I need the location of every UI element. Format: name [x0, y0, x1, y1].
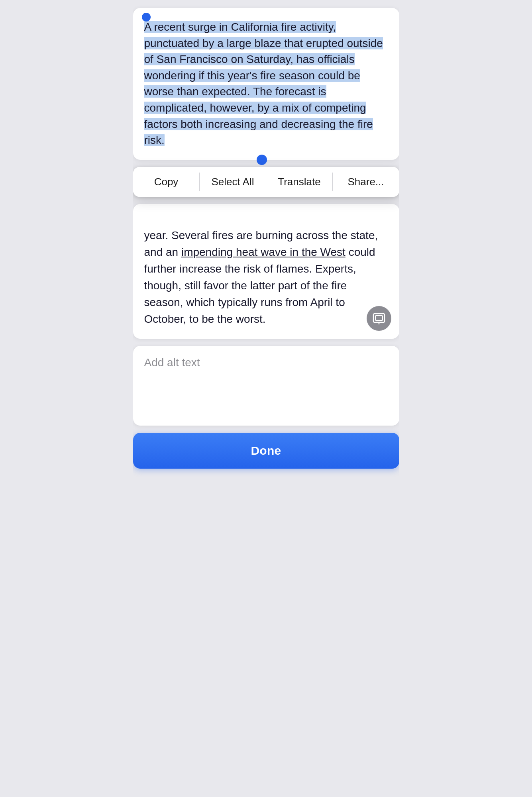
select-all-menu-item[interactable]: Select All [200, 167, 266, 197]
done-label: Done [251, 444, 281, 457]
translate-menu-item[interactable]: Translate [266, 167, 333, 197]
selection-handle-top[interactable] [142, 13, 151, 22]
context-menu: Copy Select All Translate Share... [133, 167, 399, 197]
share-menu-item[interactable]: Share... [333, 167, 399, 197]
selected-text-section: A recent surge in California fire activi… [144, 19, 388, 149]
alt-text-placeholder[interactable]: Add alt text [144, 356, 200, 369]
text-card: A recent surge in California fire activi… [133, 8, 399, 160]
article-paragraph: year. Several fires are burning across t… [144, 227, 388, 328]
ocr-icon [372, 311, 386, 326]
done-button[interactable]: Done [133, 433, 399, 469]
svg-rect-1 [375, 316, 383, 320]
article-text-section: year. Several fires are burning across t… [144, 215, 388, 328]
alt-text-card[interactable]: Add alt text [133, 346, 399, 426]
selection-handle-bottom[interactable] [257, 155, 267, 165]
selected-paragraph[interactable]: A recent surge in California fire activi… [144, 19, 388, 149]
ocr-button[interactable] [367, 306, 391, 331]
article-card: year. Several fires are burning across t… [133, 204, 399, 339]
copy-menu-item[interactable]: Copy [133, 167, 200, 197]
heat-wave-link[interactable]: impending heat wave in the West [181, 246, 346, 258]
highlight-text: A recent surge in California fire activi… [144, 21, 383, 146]
